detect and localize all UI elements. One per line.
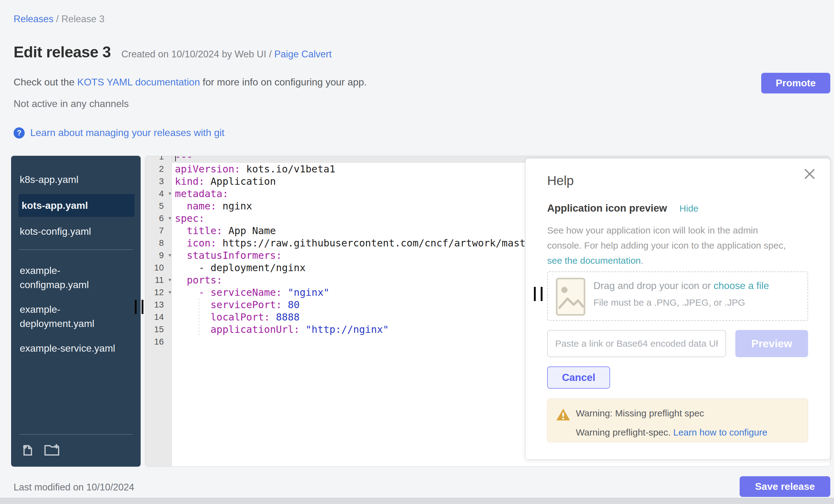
sidebar-item-kots-app.yaml[interactable]: kots-app.yaml (19, 194, 134, 217)
git-help-row: ? Learn about managing your releases wit… (14, 127, 224, 138)
help-title: Help (547, 173, 574, 188)
breadcrumb-current: Release 3 (61, 14, 105, 24)
sidebar-item-k8s-app.yaml[interactable]: k8s-app.yaml (19, 169, 124, 190)
warning-detail-text: Warning preflight-spec. (576, 427, 673, 437)
doc-hint: Check out the KOTS YAML documentation fo… (14, 76, 367, 88)
warning-title: Warning: Missing preflight spec (576, 408, 704, 419)
line-number: 10 (145, 262, 172, 274)
icon-preview-description: See how your application icon will look … (547, 223, 794, 268)
question-circle-icon: ? (14, 127, 25, 138)
page-title: Edit release 3 (14, 43, 111, 61)
created-author-link[interactable]: Paige Calvert (274, 49, 332, 60)
file-sidebar: k8s-app.yamlkots-app.yamlkots-config.yam… (11, 156, 141, 467)
fold-arrow-icon[interactable]: ▾ (169, 188, 171, 200)
kots-yaml-doc-link[interactable]: KOTS YAML documentation (77, 76, 200, 88)
line-number: 13 (145, 299, 172, 311)
line-number: 14 (145, 311, 172, 323)
preview-button[interactable]: Preview (735, 330, 808, 357)
created-prefix: Created on 10/10/2024 by Web UI / (121, 49, 274, 60)
breadcrumb-releases-link[interactable]: Releases (14, 14, 53, 24)
page-title-row: Edit release 3 Created on 10/10/2024 by … (14, 43, 332, 61)
see-documentation-link[interactable]: see the documentation (547, 256, 641, 266)
image-placeholder-icon (556, 278, 586, 317)
line-number: 3 (145, 175, 172, 188)
created-info: Created on 10/10/2024 by Web UI / Paige … (121, 49, 332, 60)
doc-suffix: for more info on configuring your app. (200, 76, 367, 88)
icon-dropzone[interactable]: Drag and drop your icon or choose a file… (547, 271, 808, 321)
warning-triangle-icon (556, 408, 570, 422)
line-number: 15 (145, 323, 172, 335)
fold-arrow-icon[interactable]: ▾ (169, 249, 171, 262)
sidebar-item-example-deployment.yaml[interactable]: example-deployment.yaml (19, 299, 124, 334)
add-folder-icon[interactable] (43, 443, 61, 458)
last-modified: Last modified on 10/10/2024 (14, 482, 134, 493)
channel-status: Not active in any channels (14, 98, 129, 109)
icon-url-input[interactable] (547, 330, 726, 357)
sidebar-item-example-configmap.yaml[interactable]: example-configmap.yaml (19, 260, 124, 295)
help-panel-resize-handle[interactable] (534, 287, 543, 301)
breadcrumb-separator: / (53, 14, 61, 24)
indent-guide (199, 299, 199, 335)
warning-detail: Warning preflight-spec. Learn how to con… (576, 427, 767, 438)
line-number: 16 (145, 335, 172, 348)
line-number: 6▾ (145, 212, 172, 224)
line-number: 1 (145, 156, 172, 163)
line-number: 4▾ (145, 188, 172, 200)
sidebar-item-kots-config.yaml[interactable]: kots-config.yaml (19, 221, 124, 242)
drop-prefix: Drag and drop your icon or (593, 280, 714, 291)
doc-prefix: Check out the (14, 76, 77, 88)
cancel-button[interactable]: Cancel (547, 367, 610, 389)
fold-arrow-icon[interactable]: ▾ (169, 212, 171, 224)
icon-preview-title: Application icon preview (547, 202, 667, 214)
choose-file-link[interactable]: choose a file (714, 280, 769, 291)
add-file-icon[interactable] (20, 443, 35, 458)
dropzone-text: Drag and drop your icon or choose a file (593, 280, 769, 291)
sidebar-footer (11, 427, 141, 467)
line-number: 2 (145, 163, 172, 175)
breadcrumb: Releases / Release 3 (14, 14, 105, 25)
dropzone-hint: File must be a .PNG, .JPEG, or .JPG (593, 297, 745, 308)
close-icon[interactable] (804, 168, 816, 180)
fold-arrow-icon[interactable]: ▾ (169, 274, 171, 286)
desc-text: See how your application icon will look … (547, 225, 786, 250)
line-number: 12▾ (145, 286, 172, 299)
sidebar-footer-divider (19, 434, 133, 435)
git-releases-link[interactable]: Learn about managing your releases with … (30, 127, 224, 138)
desc-period: . (641, 256, 643, 266)
line-number: 9▾ (145, 249, 172, 262)
sidebar-divider (19, 249, 133, 250)
text-cursor (175, 156, 176, 161)
learn-configure-link[interactable]: Learn how to configure (673, 427, 767, 437)
help-panel: Help Application icon preview Hide See h… (525, 158, 830, 460)
line-number: 8 (145, 237, 172, 249)
line-number: 5 (145, 200, 172, 212)
save-release-button[interactable]: Save release (740, 476, 830, 497)
file-list: k8s-app.yamlkots-app.yamlkots-config.yam… (11, 169, 141, 358)
sidebar-item-example-service.yaml[interactable]: example-service.yaml (19, 338, 124, 358)
sidebar-resize-handle[interactable] (135, 300, 144, 314)
preflight-warning: Warning: Missing preflight spec Warning … (547, 398, 808, 442)
hide-link[interactable]: Hide (679, 203, 699, 214)
fold-arrow-icon[interactable]: ▾ (169, 286, 171, 299)
line-number: 7 (145, 224, 172, 237)
bottom-strip (0, 498, 834, 504)
promote-button[interactable]: Promote (761, 73, 830, 93)
line-number: 11▾ (145, 274, 172, 286)
